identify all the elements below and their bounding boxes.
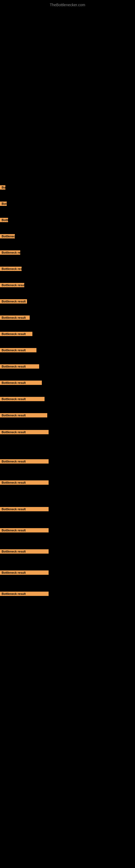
result-row-14: Bottleneck result <box>0 396 135 403</box>
result-label-17: Bottleneck result <box>0 459 49 464</box>
spacer-20 <box>0 514 135 527</box>
result-label-23: Bottleneck result <box>0 592 49 596</box>
spacer-1 <box>0 171 135 185</box>
spacer-23 <box>0 577 135 590</box>
result-row-1: Bottleneck result <box>0 185 135 191</box>
result-row-17: Bottleneck result <box>0 458 135 464</box>
result-row-11: Bottleneck result <box>0 347 135 354</box>
spacer-13 <box>0 372 135 380</box>
result-row-4: Bottleneck result <box>0 234 135 240</box>
spacer-8 <box>0 290 135 299</box>
spacer-21 <box>0 535 135 548</box>
result-label-14: Bottleneck result <box>0 397 45 401</box>
result-label-1: Bottleneck result <box>0 185 5 190</box>
result-label-10: Bottleneck result <box>0 332 32 336</box>
spacer-12 <box>0 355 135 364</box>
spacer-10 <box>0 323 135 331</box>
result-label-9: Bottleneck result <box>0 315 30 320</box>
spacer-14 <box>0 388 135 396</box>
spacer-4 <box>0 225 135 234</box>
result-label-13: Bottleneck result <box>0 380 42 385</box>
result-row-6: Bottleneck result <box>0 266 135 273</box>
spacer-22 <box>0 556 135 569</box>
result-row-2: Bottleneck result <box>0 201 135 208</box>
spacer-19 <box>0 487 135 506</box>
result-label-15: Bottleneck result <box>0 413 47 417</box>
result-label-11: Bottleneck result <box>0 348 37 352</box>
result-label-2: Bottleneck result <box>0 202 7 206</box>
result-row-22: Bottleneck result <box>0 569 135 575</box>
result-row-15: Bottleneck result <box>0 412 135 419</box>
spacer-17 <box>0 436 135 458</box>
spacer-9 <box>0 307 135 315</box>
result-label-21: Bottleneck result <box>0 549 49 554</box>
result-row-20: Bottleneck result <box>0 527 135 533</box>
result-row-16: Bottleneck result <box>0 429 135 435</box>
result-label-16: Bottleneck result <box>0 430 49 434</box>
result-row-21: Bottleneck result <box>0 548 135 554</box>
result-label-12: Bottleneck result <box>0 364 39 369</box>
result-label-8: Bottleneck result <box>0 299 27 304</box>
spacer-3 <box>0 209 135 217</box>
spacer-7 <box>0 274 135 282</box>
spacer-5 <box>0 242 135 250</box>
spacer-2 <box>0 193 135 201</box>
result-row-19: Bottleneck result <box>0 506 135 512</box>
spacer-11 <box>0 339 135 347</box>
result-label-3: Bottleneck result <box>0 218 8 222</box>
spacer-16 <box>0 421 135 429</box>
site-title: TheBottlenecker.com <box>0 0 135 8</box>
spacer-6 <box>0 258 135 266</box>
chart-area <box>0 8 135 171</box>
result-row-9: Bottleneck result <box>0 315 135 321</box>
result-label-20: Bottleneck result <box>0 528 49 532</box>
result-row-5: Bottleneck result <box>0 250 135 256</box>
result-label-22: Bottleneck result <box>0 570 49 575</box>
result-row-10: Bottleneck result <box>0 331 135 338</box>
result-label-4: Bottleneck result <box>0 234 15 239</box>
result-row-7: Bottleneck result <box>0 282 135 289</box>
result-row-12: Bottleneck result <box>0 364 135 370</box>
result-label-5: Bottleneck result <box>0 250 20 255</box>
result-label-19: Bottleneck result <box>0 507 49 511</box>
result-label-6: Bottleneck result <box>0 267 21 271</box>
result-label-7: Bottleneck result <box>0 283 24 287</box>
result-row-13: Bottleneck result <box>0 380 135 386</box>
result-row-8: Bottleneck result <box>0 299 135 305</box>
result-row-3: Bottleneck result <box>0 217 135 224</box>
spacer-bottom <box>0 598 135 606</box>
spacer-18 <box>0 466 135 479</box>
result-row-18: Bottleneck result <box>0 479 135 485</box>
result-label-18: Bottleneck result <box>0 480 49 485</box>
spacer-15 <box>0 404 135 412</box>
result-row-23: Bottleneck result <box>0 590 135 596</box>
